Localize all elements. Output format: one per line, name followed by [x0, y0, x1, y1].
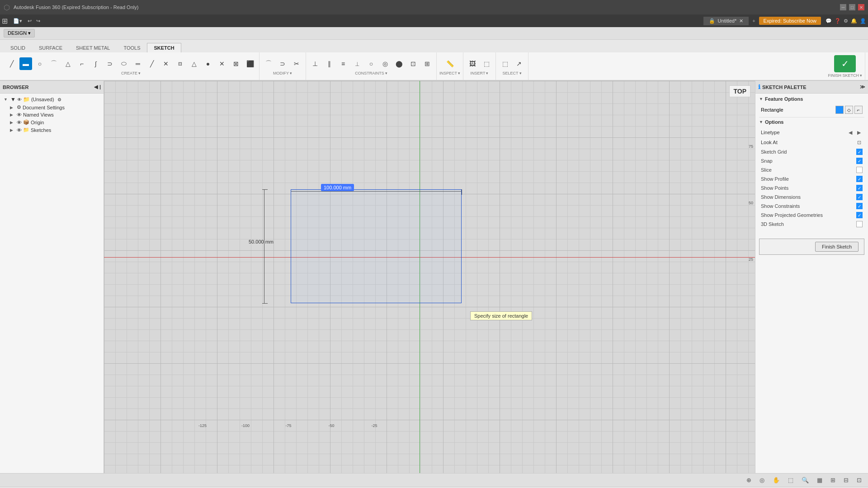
snap-checkbox[interactable]: ✓: [856, 158, 863, 164]
tab-tools[interactable]: TOOLS: [117, 43, 147, 52]
rectangle-icon-btn[interactable]: ◇: [845, 106, 853, 114]
notification-icon[interactable]: 🔔: [851, 18, 857, 24]
cross-tool[interactable]: ✕: [160, 57, 172, 70]
spline-tool[interactable]: ∫: [90, 57, 102, 70]
undo-btn[interactable]: ↩: [26, 17, 33, 25]
conic-tool[interactable]: ⊃: [104, 57, 116, 70]
constraint-8[interactable]: ⊡: [407, 57, 420, 70]
trim-tool[interactable]: ✂: [290, 57, 303, 70]
centerline-tool[interactable]: ⊠: [230, 57, 242, 70]
close-button[interactable]: ✕: [858, 4, 864, 10]
browser-item-named-views[interactable]: ▶ 👁 Named Views: [8, 111, 102, 118]
linetype-right-btn[interactable]: ▶: [855, 129, 863, 136]
constraint-9[interactable]: ⊞: [421, 57, 434, 70]
tab-sheet-metal[interactable]: SHEET METAL: [69, 43, 117, 52]
construction-tool[interactable]: ╱: [146, 57, 158, 70]
tab-solid[interactable]: SOLID: [4, 43, 32, 52]
root-settings-icon[interactable]: ⚙: [57, 97, 61, 102]
constraint-4[interactable]: ⟂: [351, 57, 363, 70]
offset-tool[interactable]: ⊃: [276, 57, 289, 70]
select-label: SELECT ▾: [503, 71, 522, 75]
options-header[interactable]: ▼ Options: [759, 119, 864, 125]
rectangle-corner-btn[interactable]: ⌐: [854, 106, 863, 114]
ellipse-tool[interactable]: ⬭: [118, 57, 130, 70]
show-constraints-checkbox[interactable]: ✓: [856, 203, 863, 209]
constraint-5[interactable]: ○: [365, 57, 377, 70]
point-tool[interactable]: ●: [202, 57, 214, 70]
browser-item-sketches[interactable]: ▶ 👁 📁 Sketches: [8, 126, 102, 134]
insert-1[interactable]: 🖼: [466, 57, 479, 70]
table-btn[interactable]: ⊟: [841, 476, 851, 484]
grid-btn[interactable]: ⊞: [828, 476, 838, 484]
browser-item-root[interactable]: ▼ ▼ 👁 📁 (Unsaved) ⚙: [2, 95, 102, 103]
minimize-button[interactable]: ─: [840, 4, 846, 10]
redo-btn[interactable]: ↪: [34, 17, 42, 25]
account-icon[interactable]: 👤: [860, 18, 866, 24]
circle-tool[interactable]: ○: [33, 57, 46, 70]
finish-sketch-btn-toolbar[interactable]: ✓: [834, 55, 856, 72]
mirror-tool[interactable]: ⧈: [174, 57, 186, 70]
inspect-1[interactable]: 📏: [443, 57, 456, 70]
browser-collapse-btn[interactable]: ◀: [94, 84, 98, 90]
equal-tool[interactable]: ═: [132, 57, 144, 70]
palette-expand-icon[interactable]: ≫: [860, 84, 865, 90]
polygon-tool[interactable]: △: [61, 57, 74, 70]
show-projected-checkbox[interactable]: ✓: [856, 212, 863, 218]
browser-expand-btn[interactable]: |: [99, 84, 101, 90]
orbit-btn[interactable]: ⊕: [744, 476, 754, 484]
fit-btn[interactable]: ⬚: [785, 476, 796, 484]
settings-icon[interactable]: ⚙: [844, 18, 848, 24]
fillet-tool[interactable]: ⌒: [262, 57, 275, 70]
line2-tool[interactable]: ⌐: [75, 57, 88, 70]
close-doc-icon[interactable]: ✕: [739, 18, 743, 24]
rect2-tool[interactable]: ⬛: [244, 57, 256, 70]
app-grid-icon[interactable]: ⊞: [2, 17, 8, 25]
settings-bottom-btn[interactable]: ⊡: [854, 476, 864, 484]
rectangle-tool[interactable]: ▬: [19, 57, 32, 70]
arc-tool[interactable]: ⌒: [47, 57, 60, 70]
tab-sketch[interactable]: SKETCH: [147, 43, 181, 52]
select-2[interactable]: ↗: [513, 57, 525, 70]
design-dropdown[interactable]: DESIGN ▾: [4, 29, 35, 38]
horizontal-dimension-label[interactable]: 100.000 mm: [321, 184, 354, 191]
lookat-btn[interactable]: ⊡: [855, 139, 863, 146]
show-profile-checkbox[interactable]: ✓: [856, 176, 863, 182]
show-dimensions-checkbox[interactable]: ✓: [856, 194, 863, 200]
show-points-checkbox[interactable]: ✓: [856, 185, 863, 191]
constraint-7[interactable]: ⬤: [393, 57, 406, 70]
line-tool[interactable]: ╱: [5, 57, 18, 70]
browser-subtree: ▶ ⚙ Document Settings ▶ 👁 Named Views ▶ …: [2, 103, 102, 134]
maximize-button[interactable]: □: [849, 4, 855, 10]
file-menu[interactable]: 📄▾: [10, 17, 25, 25]
help-icon[interactable]: ❓: [835, 18, 841, 24]
feature-options-header[interactable]: ▼ Feature Options: [759, 96, 864, 102]
display-mode-btn[interactable]: ▦: [814, 476, 825, 484]
browser-item-doc-settings[interactable]: ▶ ⚙ Document Settings: [8, 103, 102, 111]
text-tool[interactable]: △: [188, 57, 200, 70]
linetype-left-btn[interactable]: ◀: [847, 129, 854, 136]
sketch-grid-checkbox[interactable]: ✓: [856, 149, 863, 155]
scale-v-25: 25: [749, 257, 753, 262]
rectangle-color-swatch[interactable]: [835, 106, 844, 114]
constraint-1[interactable]: ⊥: [309, 57, 321, 70]
scale-v-50: 50: [749, 201, 753, 205]
constraint-6[interactable]: ◎: [379, 57, 392, 70]
new-tab-btn[interactable]: +: [750, 17, 758, 24]
project-tool[interactable]: ✕: [216, 57, 228, 70]
3d-sketch-checkbox[interactable]: [856, 221, 863, 227]
select-1[interactable]: ⬚: [499, 57, 511, 70]
chat-icon[interactable]: 💬: [826, 18, 832, 24]
insert-tools: 🖼 ⬚: [466, 57, 493, 70]
insert-2[interactable]: ⬚: [480, 57, 493, 70]
browser-item-origin[interactable]: ▶ 👁 📦 Origin: [8, 118, 102, 126]
constraint-3[interactable]: ≡: [337, 57, 349, 70]
slice-checkbox[interactable]: [856, 167, 863, 173]
zoom-btn[interactable]: 🔍: [799, 476, 811, 484]
expired-subscribe-button[interactable]: Expired: Subscribe Now: [759, 17, 821, 25]
canvas-area[interactable]: 75 50 25 -125 -100 -75 -50 -25 100.000 m…: [104, 81, 755, 473]
tab-surface[interactable]: SURFACE: [32, 43, 69, 52]
pan-btn[interactable]: ✋: [770, 476, 783, 484]
look-at-btn[interactable]: ◎: [757, 476, 767, 484]
finish-sketch-button[interactable]: Finish Sketch: [815, 242, 859, 252]
constraint-2[interactable]: ∥: [323, 57, 335, 70]
